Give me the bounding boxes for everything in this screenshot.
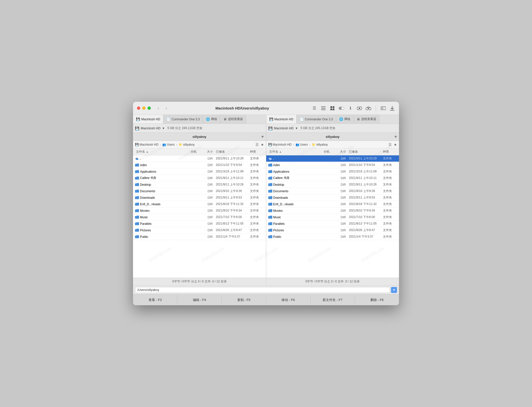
table-row[interactable]: Downloads DIR 2021/9/11 上午9:53 文件夹 — [266, 194, 399, 201]
svg-rect-5 — [330, 109, 332, 110]
left-col-modified[interactable]: 已修改 — [215, 150, 250, 154]
fkey-f6[interactable]: 移动 - F6 — [266, 294, 311, 305]
left-star-btn[interactable]: ★ — [261, 143, 264, 147]
download-icon[interactable] — [389, 106, 395, 111]
breadcrumb-sillyaboy-right[interactable]: 📁 sillyaboy — [312, 143, 328, 146]
table-row[interactable]: Parallels DIR 2021/8/13 下午11:05 文件夹 — [266, 221, 399, 227]
table-row[interactable]: Enfi_D...nloads DIR 2021/8/18 下午11:32 文件… — [133, 201, 266, 208]
disk-icon: 💾 — [136, 117, 140, 121]
grid-view-icon[interactable] — [330, 106, 335, 111]
table-row[interactable]: Movies DIR 2021/9/10 下午9:34 文件夹 — [266, 208, 399, 214]
breadcrumb-users-left[interactable]: 👥 Users — [162, 143, 175, 146]
left-tab-network[interactable]: 🌐 网络 — [203, 115, 220, 124]
table-row[interactable]: Movies DIR 2021/9/10 下午9:34 文件夹 — [133, 208, 266, 214]
right-tab-process[interactable]: 🖥 进程查看器 — [354, 115, 379, 124]
svg-rect-17 — [136, 158, 138, 160]
left-tab-macintosh[interactable]: 💾 Macintosh HD — [133, 115, 163, 124]
table-row[interactable]: Applications DIR 2021/3/19 上午11:09 文件夹 — [133, 168, 266, 175]
right-star-btn[interactable]: ★ — [394, 143, 397, 147]
close-button[interactable] — [137, 107, 140, 110]
left-col-name[interactable]: 文件名 ▲ — [134, 150, 187, 154]
breadcrumb-disk-left[interactable]: 💾 Macintosh HD — [135, 143, 158, 146]
menu-icon[interactable]: ☰ — [312, 106, 317, 111]
breadcrumb-disk-right[interactable]: 💾 Macintosh HD — [268, 143, 292, 146]
table-row[interactable]: Documents DIR 2021/9/10 上午9:26 文件夹 — [133, 188, 266, 194]
left-add-tab-button[interactable]: + — [261, 134, 264, 139]
hdd-icon[interactable] — [380, 106, 386, 111]
breadcrumb-users-right[interactable]: 👥 Users — [296, 143, 308, 146]
left-status: 0字节 / 0字节 分之 0 / 0 文件. 0 / 12 目录 — [133, 278, 266, 285]
right-file-list: .. DIR 2021/9/11 上午10:29 文件夹 Adlm DIR 20… — [266, 155, 399, 278]
left-col-type[interactable]: 种类 — [250, 150, 265, 154]
table-row[interactable]: Documents DIR 2021/9/10 上午9:26 文件夹 — [266, 188, 399, 194]
fkey-f4[interactable]: 编辑 - F4 — [177, 294, 222, 305]
table-row[interactable]: Applications DIR 2021/3/19 上午11:09 文件夹 — [266, 168, 399, 175]
table-row[interactable]: Public DIR 2021/1/4 下午3:37 文件夹 — [266, 234, 399, 240]
right-tab-macintosh[interactable]: 💾 Macintosh HD — [266, 115, 297, 124]
left-tab-process[interactable]: 🖥 进程查看器 — [220, 115, 246, 124]
table-row[interactable]: Music DIR 2021/7/10 下午6:00 文件夹 — [133, 214, 266, 221]
fkey-f5[interactable]: 复制 - F5 — [222, 294, 266, 305]
table-row[interactable]: Pictures DIR 2021/8/26 上午8:47 文件夹 — [133, 227, 266, 234]
fkey-f3[interactable]: 查看 - F3 — [133, 294, 177, 305]
table-row[interactable]: Music DIR 2021/7/10 下午6:00 文件夹 — [266, 214, 399, 221]
svg-point-10 — [359, 108, 360, 109]
right-tab-network[interactable]: 🌐 网络 — [336, 115, 354, 124]
left-list-view-btn[interactable]: ☰ — [255, 143, 259, 147]
table-row[interactable]: Downloads DIR 2021/9/11 上午9:53 文件夹 — [133, 194, 266, 201]
binoculars-icon[interactable] — [366, 106, 371, 111]
table-row[interactable]: Calibre 书库 DIR 2021/9/11 上午10:11 文件夹 — [266, 175, 399, 181]
right-location-bar: 💾 Macintosh HD ▼ 5 GB 分之 245.11GB 空余 — [266, 124, 399, 133]
fkey-f7[interactable]: 新文件夹 - F7 — [311, 294, 355, 305]
back-button[interactable]: ‹ — [155, 105, 162, 112]
breadcrumb-sillyaboy-left[interactable]: 📁 sillyaboy — [179, 143, 195, 146]
table-row[interactable]: Calibre 书库 DIR 2021/9/11 上午10:11 文件夹 — [133, 175, 266, 181]
table-row[interactable]: Adlm DIR 2021/1/10 下午9:54 文件夹 — [133, 162, 266, 168]
toggle-icon[interactable] — [339, 106, 344, 111]
table-row[interactable]: Enfi_D...nloads DIR 2021/8/18 下午11:32 文件… — [266, 201, 399, 208]
table-row[interactable]: .. DIR 2021/9/11 上午10:29 文件夹 — [266, 155, 399, 162]
left-col-partition[interactable]: 分机 — [187, 150, 200, 154]
right-col-modified[interactable]: 已修改 — [348, 150, 383, 154]
left-disk-icon: 💾 — [135, 126, 139, 130]
left-dropdown-icon[interactable]: ▼ — [162, 127, 165, 130]
right-add-tab-button[interactable]: + — [394, 134, 397, 139]
right-dropdown-icon[interactable]: ▼ — [295, 127, 298, 130]
table-row[interactable]: .. DIR 2021/9/11 上午10:29 文件夹 — [133, 155, 266, 162]
monitor-icon: 🖥 — [223, 117, 227, 121]
right-list-view-btn[interactable]: ☰ — [388, 143, 392, 147]
right-panel: sillyaboy + 💾 Macintosh HD › 👥 Users › 📁… — [266, 133, 399, 278]
table-row[interactable]: Adlm DIR 2021/1/10 下午9:54 文件夹 — [266, 162, 399, 168]
right-space-info: 5 GB 分之 245.11GB 空余 — [301, 126, 335, 130]
table-row[interactable]: Parallels DIR 2021/8/13 下午11:05 文件夹 — [133, 221, 266, 227]
main-window: macdo.cnmacdo.cnmacdo.cn macdo.cnmacdo.c… — [133, 102, 399, 305]
right-col-name[interactable]: 文件名 ▲ — [267, 150, 321, 154]
list-view-icon[interactable] — [321, 106, 326, 111]
fkey-f8[interactable]: 删除 - F8 — [355, 294, 399, 305]
table-row[interactable]: Public DIR 2021/1/4 下午3:37 文件夹 — [133, 234, 266, 240]
right-col-size[interactable]: 大小 — [333, 150, 348, 154]
left-tab-commander[interactable]: 📄 Commander One 3.3 — [163, 115, 203, 124]
left-col-size[interactable]: 大小 — [200, 150, 215, 154]
maximize-button[interactable] — [148, 107, 151, 110]
right-col-type[interactable]: 种类 — [383, 150, 398, 154]
right-status: 0字节 / 0字节 分之 0 / 0 文件. 0 / 12 目录 — [266, 278, 399, 285]
table-row[interactable]: Desktop DIR 2021/9/11 上午10:26 文件夹 — [266, 181, 399, 188]
svg-rect-1 — [321, 108, 326, 109]
minimize-button[interactable] — [142, 107, 146, 110]
table-row[interactable]: Desktop DIR 2021/9/11 上午10:26 文件夹 — [133, 181, 266, 188]
info-icon[interactable]: ℹ — [348, 106, 353, 111]
titlebar-path: Macintosh HD/Users/sillyaboy — [173, 106, 312, 110]
command-input[interactable] — [135, 287, 390, 293]
nav-buttons: ‹ › — [155, 105, 170, 112]
forward-button[interactable]: › — [163, 105, 170, 112]
doc-icon-r: 📄 — [300, 117, 304, 121]
eye-icon[interactable] — [357, 106, 362, 111]
traffic-lights — [137, 107, 151, 110]
right-tab-commander[interactable]: 📄 Commander One 3.3 — [297, 115, 336, 124]
left-location-bar: 💾 Macintosh HD ▼ 5 GB 分之 245.11GB 空余 — [133, 124, 266, 133]
breadcrumb-actions-left: ☰ ★ — [255, 143, 264, 147]
command-dropdown-button[interactable]: ▼ — [391, 287, 397, 293]
table-row[interactable]: Pictures DIR 2021/8/26 上午8:47 文件夹 — [266, 227, 399, 234]
right-col-partition[interactable]: 分机 — [320, 150, 333, 154]
